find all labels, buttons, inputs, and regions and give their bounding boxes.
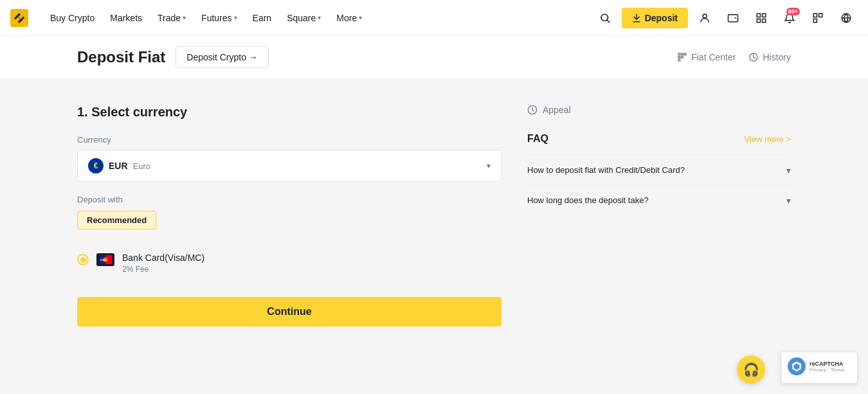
page-title: Deposit Fiat — [77, 48, 165, 66]
radio-bank-card — [77, 254, 89, 265]
svg-rect-7 — [763, 13, 766, 17]
payment-info: Bank Card(Visa/MC) 2% Fee — [122, 253, 502, 274]
search-icon — [599, 12, 611, 24]
profile-button[interactable] — [693, 6, 716, 30]
currency-chevron-icon: ▾ — [487, 161, 491, 170]
trade-chevron-icon: ▾ — [183, 14, 186, 21]
payment-option-bank-card[interactable]: VISA Bank Card(Visa/MC) 2% Fee — [77, 242, 502, 284]
svg-rect-20 — [678, 53, 680, 55]
nav-futures[interactable]: Futures ▾ — [195, 8, 243, 28]
nav-markets[interactable]: Markets — [104, 8, 149, 28]
history-link[interactable]: History — [748, 52, 791, 62]
svg-rect-8 — [757, 19, 760, 22]
svg-line-2 — [607, 20, 609, 22]
page-header-left: Deposit Fiat Deposit Crypto → — [77, 46, 269, 68]
nav-links: Buy Crypto Markets Trade ▾ Futures ▾ Ear… — [44, 8, 593, 28]
faq-header: FAQ View more > — [527, 133, 791, 145]
faq-title: FAQ — [527, 133, 548, 145]
square-chevron-icon: ▾ — [318, 14, 321, 21]
svg-rect-9 — [763, 19, 766, 22]
user-icon — [699, 12, 710, 24]
svg-rect-11 — [819, 13, 822, 17]
logo[interactable] — [10, 9, 28, 27]
grid-button[interactable] — [750, 6, 773, 30]
eur-icon: € — [88, 158, 104, 174]
page-header: Deposit Fiat Deposit Crypto → Fiat Cente… — [0, 36, 868, 79]
payment-tabs: Recommended — [77, 211, 502, 229]
grid-icon — [755, 12, 767, 24]
svg-rect-24 — [682, 57, 683, 58]
more-chevron-icon: ▾ — [359, 14, 362, 21]
faq-chevron-1-icon: ▾ — [786, 165, 791, 175]
faq-question-2: How long does the deposit take? — [527, 195, 649, 206]
qr-icon — [812, 12, 824, 24]
svg-rect-12 — [813, 19, 817, 22]
nav-more[interactable]: More ▾ — [330, 8, 368, 28]
deposit-form: 1. Select currency Currency € EUR Euro ▾… — [77, 105, 502, 327]
fiat-center-link[interactable]: Fiat Center — [677, 52, 736, 62]
recaptcha-widget: reCAPTCHA Privacy · Terms — [781, 352, 858, 352]
radio-inner — [80, 257, 86, 263]
svg-rect-22 — [685, 53, 687, 55]
svg-point-4 — [703, 14, 707, 18]
binance-logo-icon — [10, 9, 28, 27]
continue-button[interactable]: Continue — [77, 297, 502, 327]
nav-trade[interactable]: Trade ▾ — [151, 8, 192, 28]
visa-mc-icon: VISA — [98, 255, 113, 264]
payment-name: Bank Card(Visa/MC) — [122, 253, 502, 263]
history-icon — [748, 52, 759, 62]
navbar: Buy Crypto Markets Trade ▾ Futures ▾ Ear… — [0, 0, 868, 36]
nav-buy-crypto[interactable]: Buy Crypto — [44, 8, 101, 28]
nav-earn[interactable]: Earn — [246, 8, 278, 28]
fiat-center-icon — [677, 52, 687, 62]
download-icon — [632, 13, 641, 22]
faq-item-1[interactable]: How to deposit fiat with Credit/Debit Ca… — [527, 155, 791, 185]
page-header-right: Fiat Center History — [677, 52, 791, 62]
navbar-right: Deposit 99+ — [593, 6, 858, 30]
svg-rect-10 — [813, 13, 817, 17]
wallet-icon — [727, 12, 739, 24]
nav-square[interactable]: Square ▾ — [280, 8, 327, 28]
faq-question-1: How to deposit fiat with Credit/Debit Ca… — [527, 165, 685, 176]
futures-chevron-icon: ▾ — [234, 14, 237, 21]
deposit-with-label: Deposit with — [77, 195, 502, 204]
wallet-button[interactable] — [721, 6, 745, 30]
currency-select[interactable]: € EUR Euro ▾ — [77, 150, 502, 182]
currency-select-left: € EUR Euro — [88, 158, 150, 174]
tab-recommended[interactable]: Recommended — [77, 211, 156, 229]
deposit-button[interactable]: Deposit — [622, 8, 688, 28]
globe-icon — [840, 12, 852, 24]
currency-code: EUR — [109, 161, 128, 171]
svg-text:VISA: VISA — [100, 258, 107, 262]
language-button[interactable] — [835, 6, 858, 30]
search-button[interactable] — [593, 6, 617, 30]
svg-rect-6 — [757, 13, 760, 17]
currency-label: Currency — [77, 135, 502, 145]
faq-chevron-2-icon: ▾ — [786, 195, 791, 206]
section-title: 1. Select currency — [77, 105, 502, 120]
notifications-button[interactable]: 99+ — [778, 6, 801, 30]
qr-button[interactable] — [806, 6, 829, 30]
faq-item-2[interactable]: How long does the deposit take? ▾ — [527, 185, 791, 215]
card-icon: VISA — [96, 253, 114, 266]
faq-view-more-link[interactable]: View more > — [745, 134, 791, 144]
sidebar-panel: Appeal FAQ View more > How to deposit fi… — [527, 105, 791, 327]
svg-rect-23 — [678, 57, 680, 58]
svg-rect-5 — [728, 14, 738, 21]
svg-rect-21 — [682, 53, 683, 55]
main-content: 1. Select currency Currency € EUR Euro ▾… — [0, 79, 868, 352]
deposit-crypto-button[interactable]: Deposit Crypto → — [176, 46, 268, 68]
appeal-icon — [527, 105, 538, 115]
notification-badge: 99+ — [786, 8, 800, 15]
svg-rect-25 — [678, 59, 680, 61]
currency-name: Euro — [133, 161, 150, 171]
appeal-link[interactable]: Appeal — [527, 105, 791, 115]
payment-fee: 2% Fee — [122, 265, 502, 274]
